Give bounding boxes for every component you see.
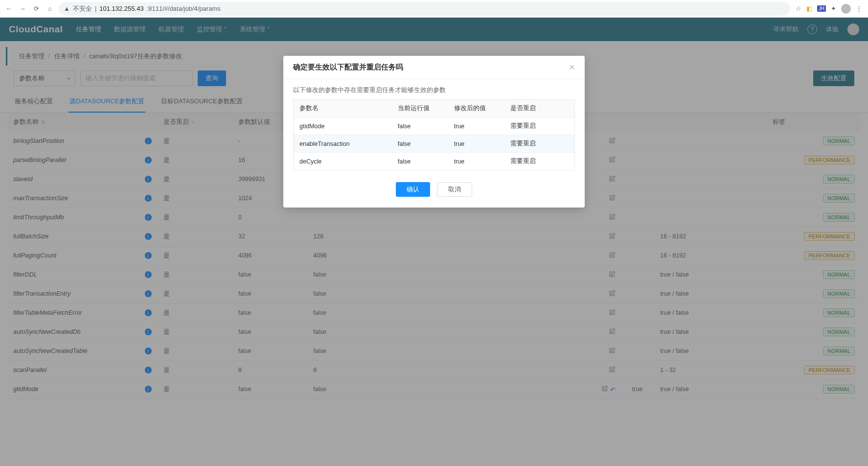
chrome-actions: ☆ ◧ JH ✦ ⋮ [794, 4, 864, 14]
confirm-modal: 确定要生效以下配置并重启任务吗 ✕ 以下修改的参数中存在需要重启任务才能够生效的… [283, 56, 585, 208]
warning-icon: ▲ [64, 5, 70, 12]
modal-hint: 以下修改的参数中存在需要重启任务才能够生效的参数 [293, 86, 575, 94]
reload-icon[interactable]: ⟳ [31, 4, 41, 14]
cancel-button[interactable]: 取消 [437, 182, 472, 197]
extension-icon-1[interactable]: ◧ [806, 5, 812, 12]
modal-overlay: 确定要生效以下配置并重启任务吗 ✕ 以下修改的参数中存在需要重启任务才能够生效的… [0, 18, 868, 399]
confirm-button[interactable]: 确认 [396, 182, 430, 197]
puzzle-icon[interactable]: ✦ [831, 5, 836, 12]
extension-icon-2[interactable]: JH [817, 5, 826, 12]
browser-chrome: ← → ⟳ ⌂ ▲ 不安全 | 101.132.255.43:8111/#/da… [0, 0, 868, 18]
url-host: 101.132.255.43 [99, 5, 143, 12]
back-icon[interactable]: ← [4, 4, 14, 14]
modal-row: enableTransactionfalsetrue需要重启 [294, 135, 575, 153]
url-rest: :8111/#/data/job/4/params [147, 5, 221, 12]
close-icon[interactable]: ✕ [569, 63, 575, 72]
home-icon[interactable]: ⌂ [45, 4, 55, 14]
modal-title: 确定要生效以下配置并重启任务吗 [293, 63, 403, 72]
star-icon[interactable]: ☆ [796, 5, 801, 12]
forward-icon[interactable]: → [18, 4, 27, 14]
url-bar[interactable]: ▲ 不安全 | 101.132.255.43:8111/#/data/job/4… [59, 2, 790, 16]
modal-row: gtidModefalsetrue需要重启 [294, 117, 575, 135]
menu-icon[interactable]: ⋮ [856, 5, 862, 12]
modal-table: 参数名 当前运行值 修改后的值 是否重启 gtidModefalsetrue需要… [293, 99, 575, 170]
profile-avatar[interactable] [841, 4, 851, 14]
modal-row: deCyclefalsetrue需要重启 [294, 153, 575, 170]
insecure-label: 不安全 [73, 4, 92, 13]
